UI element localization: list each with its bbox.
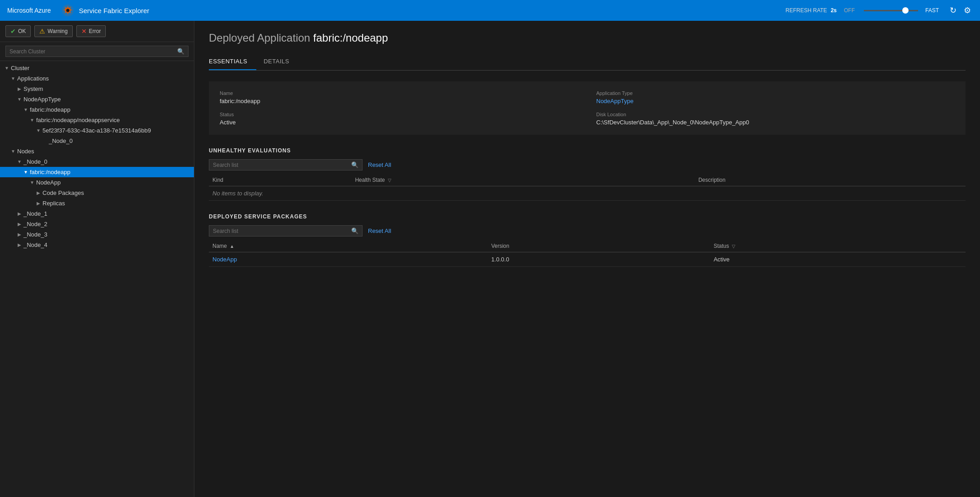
chevron-right-icon: ▶ (16, 211, 23, 216)
warning-status-button[interactable]: ⚠ Warning (34, 25, 72, 37)
tree-item-fabric-nodeapp-selected[interactable]: ▼ fabric:/nodeapp (0, 167, 194, 177)
tree-item-fabric-nodeapp[interactable]: ▼ fabric:/nodeapp (0, 104, 194, 115)
settings-button[interactable]: ⚙ (962, 4, 973, 17)
chevron-down-icon: ▼ (23, 170, 29, 175)
tree-item-guid[interactable]: ▼ 5ef23f37-633c-43ac-a138-7e15314a6bb9 (0, 125, 194, 136)
app-path: fabric:/nodeapp (313, 32, 388, 44)
refresh-slider[interactable] (864, 10, 918, 11)
refresh-rate-value: 2s (831, 7, 837, 14)
tree-label-node3: _Node_3 (24, 231, 47, 238)
warning-icon: ⚠ (39, 28, 45, 35)
tree-item-nodeapp-pkg[interactable]: ▼ NodeApp (0, 177, 194, 188)
tree-label-fabric-nodeappservice: fabric:/nodeapp/nodeappservice (36, 117, 120, 123)
tree-item-node1[interactable]: ▶ _Node_1 (0, 208, 194, 219)
app-type-field: Application Type NodeAppType (596, 90, 955, 104)
tree-item-system[interactable]: ▶ System (0, 84, 194, 94)
col-kind: Kind (209, 174, 351, 186)
tree-item-code-packages[interactable]: ▶ Code Packages (0, 188, 194, 198)
app-type-value[interactable]: NodeAppType (596, 98, 955, 104)
tabs: ESSENTIALS DETAILS (209, 53, 966, 71)
tree-label-nodeapp-pkg: NodeApp (36, 179, 61, 186)
package-version: 1.0.0.0 (488, 252, 710, 267)
tree-label-node4: _Node_4 (24, 241, 47, 248)
error-label: Error (89, 28, 101, 34)
chevron-right-icon: ▶ (16, 222, 23, 227)
unhealthy-table-controls: 🔍 Reset All (209, 159, 966, 170)
package-name-link[interactable]: NodeApp (209, 252, 488, 267)
deployed-packages-title: DEPLOYED SERVICE PACKAGES (209, 213, 966, 220)
packages-reset-all-button[interactable]: Reset All (368, 227, 391, 234)
tree-item-cluster[interactable]: ▼ Cluster (0, 63, 194, 73)
tree-item-node4[interactable]: ▶ _Node_4 (0, 240, 194, 250)
chevron-down-icon: ▼ (29, 180, 35, 185)
tree-label-cluster: Cluster (11, 65, 29, 71)
chevron-right-icon: ▶ (16, 86, 23, 91)
tree-container: ▼ Cluster ▼ Applications ▶ System ▼ Node… (0, 61, 194, 497)
chevron-down-icon: ▼ (16, 97, 23, 102)
tree-label-node1: _Node_1 (24, 210, 47, 217)
col-status: Status ▽ (710, 240, 966, 252)
chevron-right-icon: ▶ (16, 232, 23, 237)
unhealthy-search: 🔍 (209, 159, 363, 170)
disk-location-value: C:\SfDevCluster\Data\_App\_Node_0\NodeAp… (596, 119, 955, 126)
app-icon (61, 4, 74, 17)
main-layout: ✔ OK ⚠ Warning ✕ Error 🔍 ▼ Cluster (0, 21, 980, 497)
tree-item-node0[interactable]: ▼ _Node_0 (0, 156, 194, 167)
table-row: NodeApp 1.0.0.0 Active (209, 252, 966, 267)
tree-label-applications: Applications (17, 75, 49, 82)
disk-location-label: Disk Location (596, 112, 955, 117)
chevron-right-icon: ▶ (35, 201, 42, 206)
brand-label: Microsoft Azure (7, 7, 51, 14)
tab-essentials[interactable]: ESSENTIALS (209, 53, 256, 70)
tree-item-replicas[interactable]: ▶ Replicas (0, 198, 194, 208)
tree-label-fabric-nodeapp-selected: fabric:/nodeapp (30, 169, 71, 175)
deployed-packages-table: Name ▲ Version Status ▽ NodeApp (209, 240, 966, 267)
app-type-label: Application Type (596, 90, 955, 96)
chevron-right-icon: ▶ (16, 242, 23, 247)
packages-search-input[interactable] (213, 228, 351, 234)
ok-icon: ✔ (10, 28, 16, 35)
tree-item-applications[interactable]: ▼ Applications (0, 73, 194, 84)
name-value: fabric:/nodeapp (220, 98, 578, 104)
ok-label: OK (18, 28, 26, 34)
tree-item-fabric-nodeappservice[interactable]: ▼ fabric:/nodeapp/nodeappservice (0, 115, 194, 125)
unhealthy-reset-all-button[interactable]: Reset All (368, 161, 391, 168)
tree-item-node2[interactable]: ▶ _Node_2 (0, 219, 194, 229)
chevron-down-icon: ▼ (23, 107, 29, 112)
tree-item-node0-under-guid[interactable]: _Node_0 (0, 136, 194, 146)
no-items-text: No items to display. (209, 186, 966, 201)
unhealthy-search-input[interactable] (213, 162, 351, 168)
unhealthy-evaluations-table: Kind Health State ▽ Description No items (209, 174, 966, 201)
sort-asc-icon: ▲ (230, 244, 234, 249)
tree-item-nodes[interactable]: ▼ Nodes (0, 146, 194, 156)
status-field: Status Active (220, 112, 578, 126)
sidebar-search: 🔍 (0, 42, 194, 61)
app-title: Service Fabric Explorer (61, 4, 149, 17)
error-status-button[interactable]: ✕ Error (76, 25, 106, 37)
col-description: Description (695, 174, 966, 186)
status-bar: ✔ OK ⚠ Warning ✕ Error (0, 21, 194, 42)
page-title: Deployed Application fabric:/nodeapp (209, 32, 966, 44)
error-icon: ✕ (81, 28, 87, 35)
chevron-down-icon: ▼ (29, 118, 35, 123)
tree-item-nodeapptype[interactable]: ▼ NodeAppType (0, 94, 194, 104)
tree-label-nodeapptype: NodeAppType (24, 96, 61, 103)
ok-status-button[interactable]: ✔ OK (5, 25, 31, 37)
deployed-service-packages-section: DEPLOYED SERVICE PACKAGES 🔍 Reset All Na… (209, 213, 966, 267)
svg-point-1 (66, 9, 70, 12)
chevron-down-icon: ▼ (10, 149, 16, 154)
unhealthy-evaluations-title: UNHEALTHY EVALUATIONS (209, 147, 966, 154)
packages-search: 🔍 (209, 225, 363, 237)
chevron-down-icon: ▼ (4, 66, 10, 71)
tree-item-node3[interactable]: ▶ _Node_3 (0, 229, 194, 240)
fast-label: FAST (925, 7, 939, 14)
sidebar: ✔ OK ⚠ Warning ✕ Error 🔍 ▼ Cluster (0, 21, 194, 497)
refresh-button[interactable]: ↻ (948, 4, 958, 17)
col-name: Name ▲ (209, 240, 488, 252)
tree-label-guid: 5ef23f37-633c-43ac-a138-7e15314a6bb9 (42, 127, 151, 134)
warning-label: Warning (47, 28, 67, 34)
search-cluster-input[interactable] (9, 48, 177, 55)
table-row: No items to display. (209, 186, 966, 201)
tree-label-replicas: Replicas (42, 200, 65, 207)
tab-details[interactable]: DETAILS (264, 53, 298, 70)
